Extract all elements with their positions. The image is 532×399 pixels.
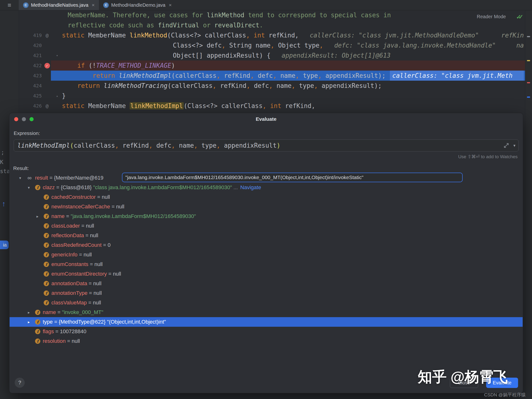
tree-row[interactable]: fannotationType = null	[10, 288, 523, 298]
result-value-field[interactable]: "java.lang.invoke.LambdaForm$MH012/16545…	[122, 173, 463, 182]
code-text: MemberName. Therefore, use cases for lin…	[62, 10, 525, 20]
error-stripe[interactable]	[525, 10, 532, 399]
tree-row[interactable]: ▾∞result = {MemberName@619"java.lang.inv…	[10, 173, 523, 183]
expression-input[interactable]: linkMethodImpl(callerClass, refKind, def…	[14, 139, 519, 152]
tree-row[interactable]: ▸ftype = {MethodType@622} "(Object,int,i…	[10, 317, 523, 327]
navigate-link[interactable]: Navigate	[240, 184, 261, 191]
code-token: name	[175, 142, 194, 149]
code-token: int	[253, 32, 265, 39]
line-number[interactable]: 426	[19, 101, 42, 111]
variable-name: type	[43, 319, 53, 325]
code-token: refKind	[220, 72, 250, 79]
inspections-ok-icon[interactable]: ✓✓	[516, 13, 520, 20]
fold-icon[interactable]: ▾	[52, 51, 62, 61]
code-line[interactable]: 419@static MemberName linkMethod(Class<?…	[19, 30, 525, 40]
tree-row[interactable]: fnewInstanceCallerCache = null	[10, 202, 523, 211]
field-icon: f	[44, 233, 49, 238]
help-button[interactable]: ?	[15, 378, 25, 388]
tab-methodhandlenatives[interactable]: C MethodHandleNatives.java ×	[19, 0, 99, 10]
string-value: "invoke_000_MT"	[62, 309, 103, 316]
tree-row[interactable]: fresolution = null	[10, 336, 523, 346]
tree-row[interactable]: fclassLoader = null	[10, 221, 523, 231]
chevron-right-icon[interactable]: ▸	[28, 320, 35, 324]
code-token: refKind	[216, 82, 246, 89]
annotation-gutter-icon: @	[42, 30, 52, 40]
variable-value: null	[94, 261, 102, 267]
tree-row[interactable]: fcachedConstructor = null	[10, 192, 523, 202]
code-line[interactable]: reflective code such as findVirtual or r…	[19, 20, 525, 30]
field-icon: f	[44, 271, 49, 277]
line-number[interactable]: 420	[19, 40, 42, 51]
tree-row[interactable]: fclassValueMap = null	[10, 298, 523, 308]
step-out-icon[interactable]: ↑	[2, 200, 6, 208]
line-number[interactable]: 422	[19, 61, 42, 70]
tree-row[interactable]: freflectionData = null	[10, 231, 523, 240]
code-text: static MemberName linkMethodImpl(Class<?…	[62, 101, 525, 111]
code-line[interactable]: 424return linkMethodTracing(callerClass,…	[19, 81, 525, 91]
main-menu-button[interactable]: ≡	[0, 0, 19, 10]
field-icon: f	[44, 300, 49, 305]
fold-icon[interactable]: ▴	[52, 91, 62, 101]
tool-window-tab-clipped[interactable]: ia	[0, 241, 9, 249]
breakpoint-icon[interactable]: ✓	[42, 63, 52, 68]
code-token: return	[92, 72, 119, 79]
code-token: type	[198, 142, 216, 149]
code-token: ,	[263, 102, 266, 109]
variable-value: null	[94, 290, 102, 296]
line-number[interactable]: 424	[19, 81, 42, 91]
stripe-mark[interactable]	[527, 60, 530, 61]
chevron-down-icon[interactable]: ▾	[19, 176, 26, 180]
tree-row[interactable]: fenumConstants = null	[10, 260, 523, 269]
code-token: static	[62, 32, 88, 39]
tree-row[interactable]: ▸fname = "invoke_000_MT"	[10, 308, 523, 317]
history-dropdown-icon[interactable]: ▾	[513, 143, 515, 148]
tree-row[interactable]: fflags = 100728840	[10, 327, 523, 336]
clipped-editor-text: ;	[1, 149, 4, 156]
chevron-down-icon[interactable]: ▾	[28, 185, 35, 190]
code-line[interactable]: MemberName. Therefore, use cases for lin…	[19, 10, 525, 20]
java-class-icon: C	[23, 2, 29, 8]
tree-row[interactable]: fgenericInfo = null	[10, 250, 523, 260]
code-line[interactable]: 425▴}	[19, 91, 525, 101]
line-number[interactable]: 419	[19, 30, 42, 40]
chevron-right-icon[interactable]: ▸	[28, 310, 35, 315]
code-line[interactable]: 422✓if (!TRACE_METHOD_LINKAGE)	[19, 61, 525, 70]
variable-name: annotationData	[51, 280, 87, 287]
code-token: .	[259, 22, 263, 29]
tree-row[interactable]: ▸fname = "java.lang.invoke.LambdaForm$MH…	[10, 211, 523, 221]
variable-value: 0	[108, 242, 110, 248]
line-number[interactable]: 423	[19, 70, 42, 81]
code-token: ,	[216, 142, 220, 149]
expand-editor-icon[interactable]	[503, 142, 509, 149]
code-text: Class<?> defc, String name, Object type,…	[62, 40, 525, 51]
evaluate-dialog: Evaluate Expression: linkMethodImpl(call…	[9, 113, 523, 393]
variable-value: null	[113, 271, 121, 277]
chevron-right-icon[interactable]: ▸	[37, 214, 44, 219]
code-line[interactable]: 423return linkMethodImpl(callerClass, re…	[19, 70, 525, 81]
code-token: ,	[213, 82, 216, 89]
tree-row[interactable]: fannotationData = null	[10, 279, 523, 288]
field-icon: f	[35, 310, 40, 315]
code-token: ,	[269, 82, 273, 89]
reader-mode-label[interactable]: Reader Mode	[477, 14, 506, 19]
line-number[interactable]: 425	[19, 91, 42, 101]
code-line[interactable]: 421▾Object[] appendixResult) {appendixRe…	[19, 51, 525, 61]
variable-name: classLoader	[51, 223, 80, 229]
code-token: refKind,	[281, 102, 315, 109]
stripe-mark[interactable]	[527, 82, 530, 83]
stripe-mark[interactable]	[527, 36, 530, 37]
inline-debug-hint: refKin	[501, 30, 524, 40]
tab-close-icon[interactable]: ×	[92, 2, 95, 8]
code-text: return linkMethodImpl(callerClass, refKi…	[62, 70, 525, 81]
line-number[interactable]: 421	[19, 51, 42, 61]
tree-row[interactable]: ▾fclazz = {Class@618} "class java.lang.i…	[10, 183, 523, 192]
string-value: "java.lang.invoke.LambdaForm$MH012/16545…	[70, 213, 196, 219]
stripe-mark[interactable]	[527, 96, 530, 98]
inline-debug-hint: defc: "class java.lang.invoke.MethodHand…	[334, 40, 496, 51]
tab-methodhandledemo[interactable]: C MethodHandleDemo.java ×	[99, 0, 176, 10]
tree-row[interactable]: fclassRedefinedCount = 0	[10, 240, 523, 250]
tree-row[interactable]: fenumConstantDirectory = null	[10, 269, 523, 279]
code-line[interactable]: 420Class<?> defc, String name, Object ty…	[19, 40, 525, 51]
tab-close-icon[interactable]: ×	[169, 2, 172, 8]
code-line[interactable]: 426@static MemberName linkMethodImpl(Cla…	[19, 101, 525, 111]
